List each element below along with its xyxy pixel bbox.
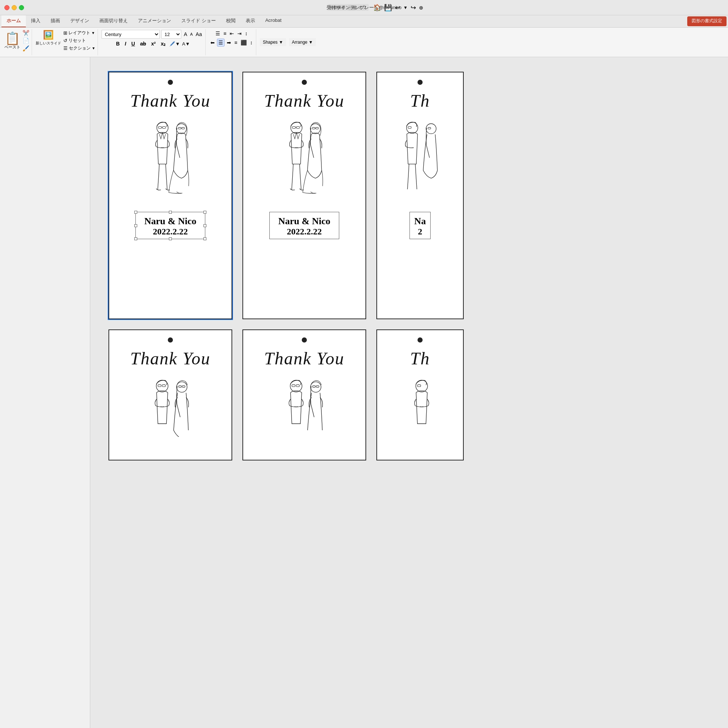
minimize-button[interactable] xyxy=(12,5,17,10)
clear-format[interactable]: Aa xyxy=(195,31,203,37)
tab-view[interactable]: 表示 xyxy=(241,15,260,27)
handle-ml[interactable] xyxy=(134,224,137,227)
paste-button[interactable]: 📋 ペースト xyxy=(5,32,20,50)
handle-br[interactable] xyxy=(203,237,206,240)
svg-rect-17 xyxy=(408,127,411,128)
justify-button[interactable]: ≡ xyxy=(233,38,239,47)
tab-design[interactable]: デザイン xyxy=(65,15,94,27)
line-spacing-button[interactable]: ↕ xyxy=(244,30,249,37)
underline-button[interactable]: U xyxy=(130,40,136,47)
tab-insert[interactable]: 挿入 xyxy=(26,15,46,27)
window-title: 受付サインテンプレート@narunico xyxy=(327,5,401,11)
new-slide-label: 新しいスライド xyxy=(36,41,61,46)
font-row2: B I U ab x² x₂ 🖊️▼ A▼ xyxy=(115,40,190,47)
ribbon-tabs: ホーム 挿入 描画 デザイン 画面切り替え アニメーション スライド ショー 校… xyxy=(0,15,728,28)
thankyou-text-3: Th xyxy=(410,91,430,111)
reset-button[interactable]: ↺ リセット xyxy=(63,37,95,44)
tab-review[interactable]: 校閲 xyxy=(221,15,241,27)
tab-animations[interactable]: アニメーション xyxy=(133,15,176,27)
maximize-button[interactable] xyxy=(19,5,24,10)
tag-hole-3 xyxy=(418,80,423,85)
numbered-list-button[interactable]: ≡ xyxy=(222,30,228,37)
handle-bc[interactable] xyxy=(169,237,172,240)
format-painter-icon[interactable]: 🖌️ xyxy=(23,45,29,52)
redo-icon[interactable]: ↪ xyxy=(411,4,416,12)
bold-button[interactable]: B xyxy=(115,40,121,47)
handle-tc[interactable] xyxy=(169,211,172,214)
svg-rect-1 xyxy=(158,127,162,128)
text-direction-button[interactable]: ↕ xyxy=(249,38,254,47)
tab-transitions[interactable]: 画面切り替え xyxy=(94,15,133,27)
font-size-increase[interactable]: A xyxy=(183,31,188,37)
align-left-button[interactable]: ⬅ xyxy=(209,38,216,47)
close-button[interactable] xyxy=(5,5,9,10)
names-3: Na xyxy=(414,216,426,227)
font-color-button[interactable]: A▼ xyxy=(182,41,190,47)
names-box-3: Na 2 xyxy=(410,212,431,239)
increase-indent-button[interactable]: ⇥ xyxy=(236,30,243,37)
tab-acrobat[interactable]: Acrobat xyxy=(260,15,287,27)
superscript-button[interactable]: x² xyxy=(150,40,157,47)
svg-rect-9 xyxy=(292,127,295,128)
section-button[interactable]: ☰ セクション ▼ xyxy=(63,45,95,51)
tag-hole-6 xyxy=(418,337,423,343)
tab-home[interactable]: ホーム xyxy=(2,15,26,27)
svg-point-23 xyxy=(177,382,187,392)
handle-tr[interactable] xyxy=(203,211,206,214)
tab-slideshow[interactable]: スライド ショー xyxy=(176,15,221,27)
italic-button[interactable]: I xyxy=(123,40,128,47)
arrange-button[interactable]: Arrange ▼ xyxy=(289,38,316,46)
traffic-lights xyxy=(5,5,24,10)
tab-draw[interactable]: 描画 xyxy=(46,15,65,27)
tag-card-5[interactable]: Thank You xyxy=(242,329,366,460)
tag-card-3[interactable]: Th Na 2 xyxy=(376,72,464,319)
thankyou-text-5: Thank You xyxy=(264,348,344,369)
reset-icon: ↺ xyxy=(63,38,67,43)
thankyou-text-4: Thank You xyxy=(130,348,210,369)
svg-rect-24 xyxy=(179,386,182,388)
handle-mr[interactable] xyxy=(203,224,206,227)
paste-group: 📋 ペースト ✂️ 📄 🖌️ xyxy=(2,29,32,55)
names-box-1[interactable]: Naru & Nico 2022.2.22 xyxy=(135,212,206,239)
tag-card-6[interactable]: Th xyxy=(376,329,464,460)
font-size-select[interactable]: 12 xyxy=(161,30,181,38)
slide-group: 🖼️ 新しいスライド ⊞ レイアウト ▼ ↺ リセット ☰ セク xyxy=(34,29,98,55)
layout-icon: ⊞ xyxy=(63,30,67,36)
align-center-button[interactable]: ☰ xyxy=(217,38,225,47)
copy-icon[interactable]: 📄 xyxy=(23,37,29,44)
svg-point-12 xyxy=(310,124,320,134)
svg-point-4 xyxy=(176,124,187,134)
strikethrough-button[interactable]: ab xyxy=(139,40,147,47)
columns-button[interactable]: ⬛ xyxy=(240,38,248,47)
tag-card-2[interactable]: Thank You xyxy=(242,72,366,319)
couple-illustration-3 xyxy=(384,113,456,208)
tag-card-1[interactable]: Thank You xyxy=(109,72,232,319)
font-select[interactable]: Century xyxy=(102,30,160,38)
tag-hole-2 xyxy=(302,80,307,85)
svg-rect-27 xyxy=(292,385,295,387)
svg-rect-13 xyxy=(312,127,315,129)
new-slide-icon[interactable]: 🖼️ xyxy=(43,30,54,40)
slide-panel[interactable] xyxy=(0,57,90,728)
layout-button[interactable]: ⊞ レイアウト ▼ xyxy=(63,30,95,36)
highlight-button[interactable]: 🖊️▼ xyxy=(169,41,180,47)
undo-dropdown-icon[interactable]: ▼ xyxy=(403,5,408,10)
svg-rect-14 xyxy=(316,127,318,129)
handle-tl[interactable] xyxy=(134,211,137,214)
svg-rect-33 xyxy=(418,385,421,387)
shapes-button[interactable]: Shapes ▼ xyxy=(260,38,286,46)
font-size-decrease[interactable]: A xyxy=(189,31,194,37)
svg-rect-30 xyxy=(313,386,316,388)
subscript-button[interactable]: x₂ xyxy=(159,40,167,47)
extra-icon[interactable]: ⊕ xyxy=(419,5,423,11)
align-right-button[interactable]: ➡ xyxy=(226,38,232,47)
decrease-indent-button[interactable]: ⇤ xyxy=(229,30,235,37)
handle-bl[interactable] xyxy=(134,237,137,240)
cut-icon[interactable]: ✂️ xyxy=(23,30,29,37)
tab-shape-format[interactable]: 図形の書式設定 xyxy=(687,16,726,26)
ribbon-content: 📋 ペースト ✂️ 📄 🖌️ 🖼️ 新しいスライド ⊞ xyxy=(0,28,728,57)
tag-card-4[interactable]: Thank You xyxy=(109,329,232,460)
names-1: Naru & Nico xyxy=(145,216,197,227)
bullet-list-button[interactable]: ☰ xyxy=(214,30,221,37)
tag-hole-5 xyxy=(302,337,307,343)
